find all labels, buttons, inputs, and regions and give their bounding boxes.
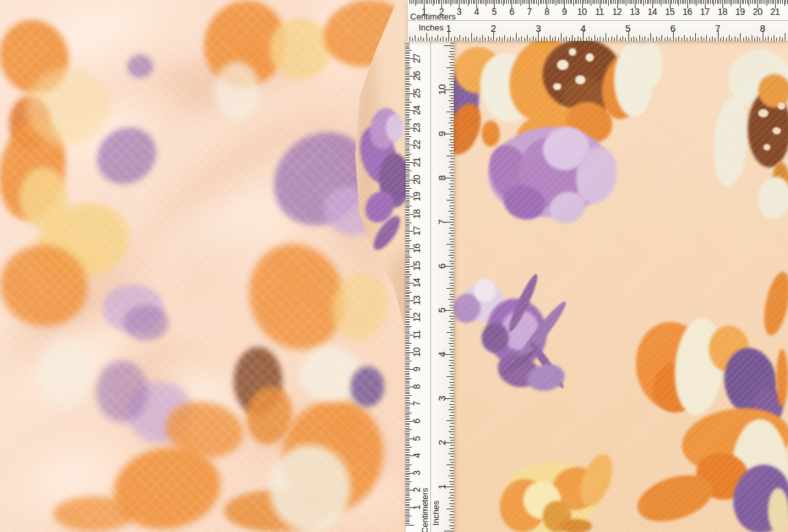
tick <box>450 423 454 424</box>
printed-flower <box>755 174 788 222</box>
tick <box>450 76 454 77</box>
tick <box>650 33 651 41</box>
tick <box>449 514 454 515</box>
tick <box>768 36 769 41</box>
tick <box>600 36 600 41</box>
tick <box>555 36 556 41</box>
tick <box>450 180 454 181</box>
tick <box>449 503 454 504</box>
tick <box>449 277 454 278</box>
tick <box>449 261 454 261</box>
tick <box>566 36 567 41</box>
tick <box>450 495 454 496</box>
vertical-ruler: 1234567891011121314151617181920212223242… <box>406 41 454 532</box>
tick <box>415 35 415 41</box>
tick <box>449 139 454 140</box>
tick <box>449 404 454 405</box>
tick <box>451 38 452 41</box>
tick <box>748 38 749 41</box>
tick <box>491 38 491 41</box>
tick <box>457 38 458 41</box>
tick <box>449 106 454 107</box>
tick <box>450 70 454 71</box>
tick <box>450 43 454 43</box>
tick <box>701 36 702 41</box>
tick <box>625 38 626 41</box>
tick <box>586 38 587 41</box>
tick <box>561 33 561 41</box>
tick <box>450 120 454 121</box>
inch-number: 2 <box>437 440 447 445</box>
tick <box>450 186 454 187</box>
tick <box>698 38 698 41</box>
tick <box>450 236 454 236</box>
tick <box>450 258 454 258</box>
tick <box>449 211 454 212</box>
tick <box>450 467 454 468</box>
tick <box>740 33 741 41</box>
tick <box>449 255 454 256</box>
tick <box>754 38 755 41</box>
tick <box>450 263 454 264</box>
tick <box>449 470 454 471</box>
tick <box>447 376 454 377</box>
tick <box>450 280 454 280</box>
tick <box>449 189 454 189</box>
tick <box>449 299 454 300</box>
tick <box>440 38 441 41</box>
tick <box>449 145 454 145</box>
tick <box>449 217 454 217</box>
tick <box>726 38 727 41</box>
tick <box>449 343 454 344</box>
tick <box>444 531 454 531</box>
tick <box>552 38 553 41</box>
tick <box>642 38 643 41</box>
tick <box>695 33 696 41</box>
tick <box>589 36 589 41</box>
tick <box>737 38 738 41</box>
tick <box>450 390 454 391</box>
tick <box>450 136 454 137</box>
tick <box>450 445 454 446</box>
tick <box>449 382 454 383</box>
tick <box>765 38 766 41</box>
tick <box>450 341 454 341</box>
tick <box>449 415 454 416</box>
tick <box>449 272 454 272</box>
tick <box>449 250 454 250</box>
inch-number: 8 <box>437 175 447 180</box>
tick <box>450 401 454 402</box>
inch-number: 10 <box>437 84 447 95</box>
tick <box>449 476 454 476</box>
tick <box>572 35 573 41</box>
tick <box>450 164 454 165</box>
tick <box>712 36 713 41</box>
tick <box>591 38 592 41</box>
tick <box>450 147 454 148</box>
tick <box>622 36 623 41</box>
printed-flower <box>474 279 496 302</box>
tick <box>659 38 659 41</box>
printed-flower <box>214 62 260 120</box>
tick <box>449 239 454 239</box>
tick <box>569 38 570 41</box>
tick <box>450 175 454 176</box>
tick <box>547 38 547 41</box>
printed-flower <box>26 68 110 146</box>
tick <box>450 291 454 291</box>
tick <box>449 95 454 96</box>
tick <box>447 420 454 421</box>
tick <box>732 38 732 41</box>
tick <box>449 123 454 123</box>
tick <box>443 36 443 41</box>
tick <box>421 36 421 41</box>
printed-flower <box>569 48 576 56</box>
tick <box>776 38 777 41</box>
tick <box>450 109 454 110</box>
tick <box>450 114 454 115</box>
printed-flower <box>53 496 134 532</box>
tick <box>450 241 454 242</box>
printed-flower <box>768 488 788 532</box>
tick <box>449 305 454 306</box>
tick <box>450 252 454 253</box>
